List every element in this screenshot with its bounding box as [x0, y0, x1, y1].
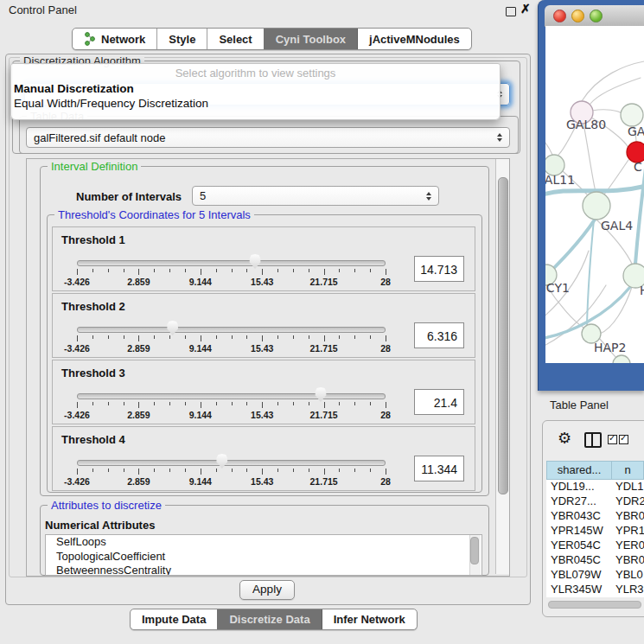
network-edge[interactable] — [545, 135, 552, 155]
threshold-value-field[interactable]: 11.344 — [414, 456, 464, 481]
apply-button[interactable]: Apply — [239, 580, 295, 600]
network-canvas[interactable]: GAL80GACGAL11GAL4GCY1HHAP2 — [545, 26, 644, 363]
tab-label: Discretize Data — [229, 613, 309, 626]
checkbox-checked-icon[interactable] — [619, 435, 628, 444]
close-icon[interactable]: ✗ — [520, 2, 531, 16]
column-header-name[interactable]: n — [612, 461, 644, 480]
slider-tick — [232, 269, 233, 272]
tab-infer-network[interactable]: Infer Network — [322, 609, 417, 629]
table-row[interactable]: YBL079WYBL0 — [546, 568, 644, 583]
gear-icon[interactable]: ⚙ — [558, 429, 571, 447]
network-edge[interactable] — [582, 61, 644, 101]
network-edge[interactable] — [592, 110, 622, 113]
tab-cyni-toolbox[interactable]: Cyni Toolbox — [264, 29, 357, 49]
node-table[interactable]: shared... n YDL19...YDL1YDR27...YDR2YBR0… — [546, 461, 644, 597]
threshold-value-field[interactable]: 21.4 — [414, 389, 464, 415]
slider-tick — [277, 402, 278, 405]
tab-label: Cyni Toolbox — [276, 33, 346, 46]
network-node-label: H — [640, 284, 644, 297]
attribute-list-item[interactable]: TopologicalCoefficient — [46, 550, 481, 564]
slider-track[interactable] — [77, 327, 386, 333]
network-node-node-top-right[interactable] — [621, 104, 643, 126]
table-row[interactable]: YDL19...YDL1 — [546, 480, 644, 494]
tab-style[interactable]: Style — [156, 29, 207, 49]
numerical-attributes-list[interactable]: SelfLoopsTopologicalCoefficientBetweenne… — [45, 534, 482, 576]
tab-network[interactable]: Network — [73, 29, 156, 49]
threshold-row: Threshold 4-3.4262.8599.14415.4321.71528… — [52, 426, 475, 491]
slider-tick — [354, 469, 355, 472]
network-edge[interactable] — [583, 124, 596, 192]
column-header-shared-name[interactable]: shared... — [546, 461, 612, 480]
slider-scale-label: 2.859 — [127, 343, 150, 354]
slider-tick — [277, 335, 278, 339]
close-traffic-light-icon[interactable] — [553, 10, 566, 22]
network-edge[interactable] — [590, 78, 641, 104]
dropdown-option[interactable]: Manual Discretization — [11, 81, 500, 96]
threshold-slider[interactable]: -3.4262.8599.14415.4321.71528 — [77, 386, 386, 421]
threshold-label: Threshold 3 — [61, 367, 125, 379]
slider-scale-label: 21.715 — [310, 476, 338, 487]
table-row[interactable]: YBR045CYBR0 — [546, 553, 644, 568]
table-row[interactable]: YBR043CYBR0 — [546, 509, 644, 524]
threshold-value-field[interactable]: 14.713 — [414, 256, 464, 282]
slider-tick — [77, 402, 78, 408]
slider-scale-label: 9.144 — [189, 277, 212, 287]
table-row[interactable]: YDR27...YDR2 — [546, 494, 644, 509]
slider-scale-label: 28 — [380, 277, 391, 287]
threshold-slider[interactable]: -3.4262.8599.14415.4321.71528 — [77, 253, 386, 288]
minimize-traffic-light-icon[interactable] — [571, 10, 584, 22]
attribute-list-item[interactable]: BetweennessCentrality — [46, 564, 481, 576]
dropdown-placeholder-item[interactable]: Select algorithm to view settings — [11, 64, 500, 81]
numerical-attributes-label: Numerical Attributes — [45, 519, 155, 532]
list-scrollbar-thumb[interactable] — [470, 537, 479, 564]
tab-impute-data[interactable]: Impute Data — [131, 609, 217, 629]
network-edge-thick[interactable] — [587, 220, 594, 324]
bottom-tabbar: Impute DataDiscretize DataInfer Network — [130, 609, 418, 630]
slider-tick — [138, 269, 139, 275]
horizontal-scrollbar-thumb[interactable] — [548, 601, 641, 609]
cell-name: YPR1 — [612, 524, 644, 539]
slider-tick — [293, 335, 294, 339]
screen: Control Panel ✗ NetworkStyleSelectCyni T… — [0, 0, 644, 644]
split-columns-icon[interactable] — [584, 432, 602, 448]
table-data-value: galFiltered.sif default node — [34, 131, 165, 144]
slider-track[interactable] — [77, 460, 386, 466]
vertical-scrollbar-thumb[interactable] — [498, 177, 508, 494]
slider-tick — [108, 469, 109, 472]
threshold-slider[interactable]: -3.4262.8599.14415.4321.71528 — [77, 320, 386, 354]
slider-tick — [154, 269, 155, 272]
slider-tick — [216, 469, 217, 472]
network-node-label: GAL4 — [601, 219, 633, 233]
network-window-titlebar[interactable] — [545, 5, 644, 27]
network-node-GAL4[interactable] — [583, 192, 610, 220]
dropdown-option[interactable]: Equal Width/Frequency Discretization — [11, 96, 500, 111]
table-row[interactable]: YLR345WYLR3 — [546, 583, 644, 597]
checkbox-checked-icon[interactable] — [608, 435, 617, 444]
slider-thumb[interactable] — [215, 454, 228, 469]
zoom-traffic-light-icon[interactable] — [590, 10, 603, 22]
attribute-list-item[interactable]: SelfLoops — [46, 535, 481, 550]
threshold-label: Threshold 1 — [61, 233, 125, 246]
slider-thumb[interactable] — [315, 387, 328, 402]
slider-tick — [370, 269, 371, 272]
slider-tick — [108, 402, 109, 405]
slider-tick — [324, 402, 325, 408]
tab-jactivemnodules[interactable]: jActiveMNodules — [357, 29, 471, 49]
tab-select[interactable]: Select — [207, 29, 263, 49]
slider-thumb[interactable] — [166, 321, 179, 335]
table-data-combobox[interactable]: galFiltered.sif default node — [26, 127, 510, 148]
slider-tick — [309, 335, 309, 339]
table-row[interactable]: YER054CYER0 — [546, 539, 644, 553]
slider-tick — [370, 469, 371, 472]
table-row[interactable]: YPR145WYPR1 — [546, 524, 644, 539]
float-window-icon[interactable] — [506, 7, 516, 16]
slider-track[interactable] — [77, 393, 386, 399]
slider-track[interactable] — [77, 260, 386, 266]
threshold-value-field[interactable]: 6.316 — [414, 322, 464, 348]
threshold-slider[interactable]: -3.4262.8599.14415.4321.71528 — [77, 453, 386, 488]
slider-tick — [124, 469, 124, 472]
list-scrollbar[interactable] — [469, 535, 481, 575]
num-intervals-combobox[interactable]: 5 — [192, 186, 439, 206]
tab-discretize-data[interactable]: Discretize Data — [217, 609, 321, 629]
slider-thumb[interactable] — [249, 254, 262, 269]
